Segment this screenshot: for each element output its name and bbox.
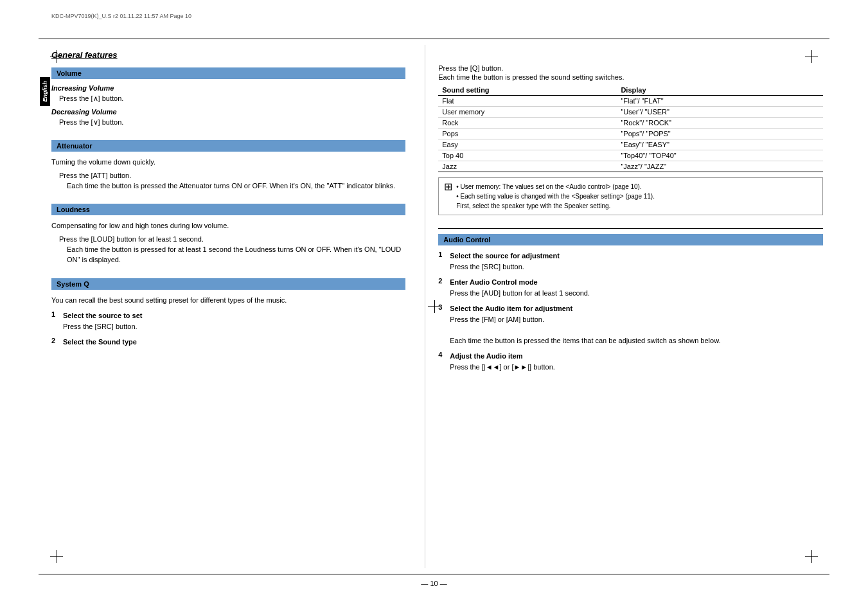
audio-step4-desc: Press the [|◄◄] or [►►|] button. [450,362,555,373]
loudness-step-heading: Press the [LOUD] button for at least 1 s… [59,235,405,243]
note-line2: • Each setting value is changed with the… [456,193,655,200]
increasing-volume-heading: Increasing Volume [51,84,405,92]
note-line3: First, select the speaker type with the … [456,202,610,209]
table-cell-display: "Jazz"/ "JAZZ" [617,161,823,172]
column-divider [425,45,425,568]
table-cell-display: "User"/ "USER" [617,107,823,118]
audio-step3-num: 3 [438,303,447,311]
attenuator-step-heading: Press the [ATT] button. [59,172,405,179]
section-divider [438,228,823,229]
table-row: Jazz"Jazz"/ "JAZZ" [438,161,823,172]
table-cell-display: "Flat"/ "FLAT" [617,96,823,107]
page-number: — 10 — [421,580,447,587]
table-row: Easy"Easy"/ "EASY" [438,139,823,150]
table-cell-setting: Top 40 [438,150,617,161]
table-col2: Display [617,85,823,96]
audio-step1-title: Select the source for adjustment [450,252,560,260]
step1-title: Select the source to set [63,312,143,319]
audio-step1-desc: Press the [SRC] button. [450,262,560,272]
table-cell-setting: Rock [438,118,617,129]
table-cell-setting: Jazz [438,161,617,172]
volume-section: Volume Increasing Volume Press the [∧] b… [51,67,405,127]
loudness-step-text: Each time the button is pressed for at l… [67,244,405,265]
note-text: • User memory: The values set on the <Au… [456,182,655,211]
header-area: KDC-MPV7019(K)_U.S r2 01.11.22 11:57 AM … [51,13,817,19]
system-q-step2: 2 Select the Sound type [51,337,405,348]
attenuator-section: Attenuator Turning the volume down quick… [51,140,405,191]
table-cell-display: "Top40"/ "TOP40" [617,150,823,161]
note-box: ⊞ • User memory: The values set on the <… [438,177,823,215]
step1-desc: Press the [SRC] button. [63,321,143,332]
audio-control-section: Audio Control 1 Select the source for ad… [438,234,823,372]
note-line1: • User memory: The values set on the <Au… [456,183,641,190]
audio-step2-num: 2 [438,277,447,285]
step2-title: Select the Sound type [63,338,137,346]
audio-step4-num: 4 [438,351,447,359]
header-meta: KDC-MPV7019(K)_U.S r2 01.11.22 11:57 AM … [51,13,191,19]
attenuator-header: Attenuator [51,140,405,152]
table-row: Rock"Rock"/ "ROCK" [438,118,823,129]
audio-step4-title: Adjust the Audio item [450,352,522,360]
attenuator-step-text: Each time the button is pressed the Atte… [67,181,405,191]
right-column: Press the [Q] button. Each time the butt… [432,45,823,568]
system-q-step1: 1 Select the source to set Press the [SR… [51,310,405,332]
decreasing-volume-text: Press the [∨] button. [59,117,405,128]
table-cell-setting: User memory [438,107,617,118]
table-cell-setting: Pops [438,129,617,139]
table-row: Pops"Pops"/ "POPS" [438,129,823,139]
press-q-heading: Press the [Q] button. [438,64,823,72]
system-q-intro: You can recall the best sound setting pr… [51,295,405,306]
note-icon: ⊞ [444,182,452,192]
system-q-header: System Q [51,278,405,290]
decreasing-volume-heading: Decreasing Volume [51,108,405,116]
table-cell-display: "Easy"/ "EASY" [617,139,823,150]
table-cell-setting: Flat [438,96,617,107]
left-column: General features Volume Increasing Volum… [45,45,418,568]
table-cell-setting: Easy [438,139,617,150]
step2-num: 2 [51,337,60,344]
table-cell-display: "Pops"/ "POPS" [617,129,823,139]
audio-step1-num: 1 [438,251,447,258]
table-cell-display: "Rock"/ "ROCK" [617,118,823,129]
audio-control-header: Audio Control [438,234,823,245]
border-bottom [39,574,829,574]
audio-step3: 3 Select the Audio item for adjustment P… [438,303,823,346]
audio-step2: 2 Enter Audio Control mode Press the [AU… [438,277,823,298]
audio-step4: 4 Adjust the Audio item Press the [|◄◄] … [438,351,823,372]
sound-table: Sound setting Display Flat"Flat"/ "FLAT"… [438,85,823,172]
system-q-section: System Q You can recall the best sound s… [51,278,405,348]
volume-header: Volume [51,67,405,79]
table-row: Top 40"Top40"/ "TOP40" [438,150,823,161]
table-row: Flat"Flat"/ "FLAT" [438,96,823,107]
attenuator-intro: Turning the volume down quickly. [51,157,405,168]
increasing-volume-text: Press the [∧] button. [59,93,405,104]
loudness-intro: Compensating for low and high tones duri… [51,220,405,231]
loudness-section: Loudness Compensating for low and high t… [51,204,405,265]
audio-step3-title: Select the Audio item for adjustment [450,305,572,312]
content-area: General features Volume Increasing Volum… [45,45,823,568]
audio-step1: 1 Select the source for adjustment Press… [438,251,823,272]
press-q-section: Press the [Q] button. Each time the butt… [438,64,823,215]
step1-num: 1 [51,310,60,318]
press-q-desc: Each time the button is pressed the soun… [438,73,823,81]
border-top [39,39,829,39]
page-title: General features [51,50,405,60]
audio-step3-desc: Press the [FM] or [AM] button. [450,314,720,325]
audio-step2-desc: Press the [AUD] button for at least 1 se… [450,288,590,299]
table-row: User memory"User"/ "USER" [438,107,823,118]
audio-step2-title: Enter Audio Control mode [450,278,537,286]
audio-step3-extra: Each time the button is pressed the item… [450,335,720,346]
table-col1: Sound setting [438,85,617,96]
loudness-header: Loudness [51,204,405,215]
